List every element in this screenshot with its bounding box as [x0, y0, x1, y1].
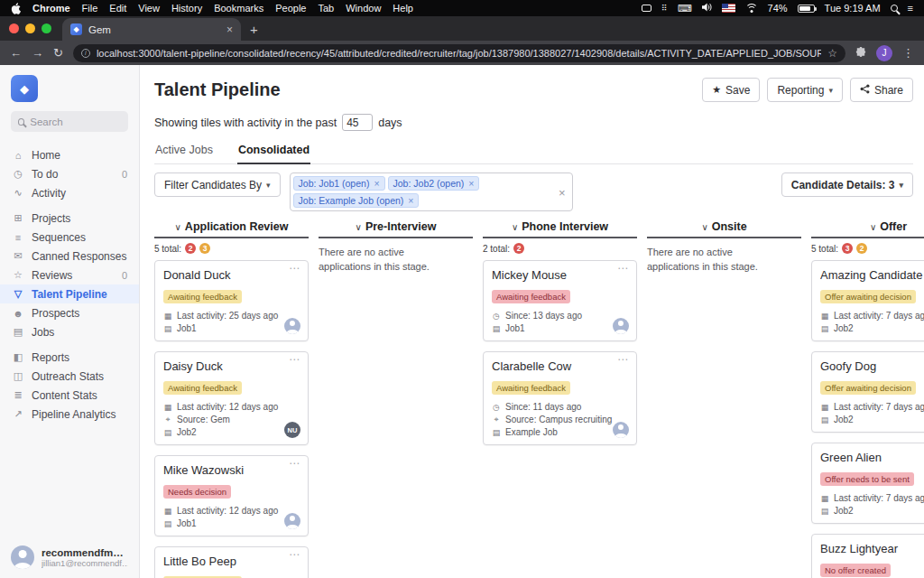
sidebar-item-count: 0 — [122, 169, 127, 180]
job-filter-multiselect[interactable]: Job: Job1 (open)×Job: Job2 (open)×Job: E… — [290, 172, 573, 211]
column-header[interactable]: ∨Pre-Interview — [319, 220, 473, 238]
calendar-icon: ▦ — [163, 507, 172, 516]
menubar-item-help[interactable]: Help — [393, 3, 413, 14]
spotlight-search-icon[interactable] — [891, 5, 898, 12]
share-button[interactable]: Share — [850, 78, 913, 102]
sidebar-item-content-stats[interactable]: ≣Content Stats — [0, 386, 139, 405]
close-window-button[interactable] — [9, 23, 19, 33]
menubar-item-window[interactable]: Window — [346, 3, 381, 14]
sidebar-item-prospects[interactable]: ☻Prospects — [0, 303, 139, 322]
calendar-icon: ▦ — [820, 403, 829, 412]
tab-consolidated[interactable]: Consolidated — [237, 138, 310, 164]
sidebar-item-label: Reviews — [32, 269, 72, 282]
candidate-card[interactable]: ⋯Donald DuckAwaiting feedback▦Last activ… — [154, 260, 309, 341]
site-info-icon[interactable]: i — [81, 49, 90, 58]
sidebar-item-reviews[interactable]: ☆Reviews0 — [0, 266, 139, 284]
forward-button[interactable]: → — [32, 46, 43, 60]
gem-logo[interactable]: ◆ — [11, 75, 38, 102]
wifi-icon[interactable] — [745, 4, 758, 13]
sidebar-item-projects[interactable]: ⊞Projects — [0, 209, 139, 228]
close-tab-icon[interactable]: × — [226, 23, 233, 36]
menubar-item-tab[interactable]: Tab — [318, 3, 334, 14]
column-header[interactable]: ∨Offer — [811, 220, 924, 238]
grid-icon[interactable]: ⠿ — [661, 4, 668, 13]
card-detail-text: Last activity: 7 days ago — [834, 493, 924, 503]
menubar-item-bookmarks[interactable]: Bookmarks — [214, 3, 263, 14]
sidebar-item-activity[interactable]: ∿Activity — [0, 183, 139, 202]
browser-profile-avatar[interactable]: J — [876, 45, 892, 61]
card-menu-icon[interactable]: ⋯ — [289, 353, 300, 366]
battery-icon[interactable] — [798, 5, 815, 13]
sidebar-item-sequences[interactable]: ≡Sequences — [0, 228, 139, 247]
candidate-details-button[interactable]: Candidate Details: 3 ▾ — [781, 172, 913, 197]
candidate-card[interactable]: ⋯Mike WazowskiNeeds decision▦Last activi… — [154, 455, 309, 536]
sidebar-item-to-do[interactable]: ◷To do0 — [0, 164, 139, 183]
reporting-button[interactable]: Reporting ▾ — [767, 78, 843, 102]
control-center-icon[interactable]: ≡ — [908, 3, 913, 14]
chevron-down-icon: ∨ — [701, 222, 707, 232]
filter-chip[interactable]: Job: Job2 (open)× — [388, 176, 480, 191]
user-account[interactable]: recommendfm… jillian1@recommendf… — [0, 536, 139, 578]
card-menu-icon[interactable]: ⋯ — [289, 262, 300, 275]
card-menu-icon[interactable]: ⋯ — [617, 262, 629, 275]
candidate-card[interactable]: ⋯Goofy DogOffer awaiting decision▦Last a… — [811, 351, 924, 433]
card-menu-icon[interactable]: ⋯ — [617, 353, 629, 366]
menubar-item-history[interactable]: History — [171, 3, 202, 14]
card-detail-text: Since: 11 days ago — [505, 402, 581, 412]
volume-icon[interactable] — [702, 3, 712, 14]
candidate-card[interactable]: ⋯Mickey MouseAwaiting feedback◷Since: 13… — [483, 260, 637, 341]
browser-tab[interactable]: ◆ Gem × — [62, 18, 241, 41]
sidebar-search[interactable] — [11, 111, 128, 132]
candidate-card[interactable]: ⋯Green AlienOffer needs to be sent▦Last … — [811, 443, 924, 524]
remove-chip-icon[interactable]: × — [374, 178, 379, 189]
candidate-card[interactable]: ⋯Little Bo PeepAwaiting feedback▦Last ac… — [154, 546, 309, 578]
column-header[interactable]: ∨Phone Interview — [483, 220, 637, 238]
us-flag-icon[interactable] — [722, 4, 735, 13]
bookmark-star-icon[interactable]: ☆ — [827, 47, 837, 60]
back-button[interactable]: ← — [10, 46, 22, 60]
card-detail-text: Last activity: 25 days ago — [177, 311, 278, 321]
sidebar-item-canned-responses[interactable]: ✉Canned Responses — [0, 247, 139, 266]
filter-candidates-button[interactable]: Filter Candidates By ▾ — [154, 172, 281, 197]
candidate-card[interactable]: ⋯Amazing CandidateOffer awaiting decisio… — [811, 260, 924, 341]
filter-chip[interactable]: Job: Job1 (open)× — [293, 176, 385, 191]
candidate-card[interactable]: ⋯Buzz LightyearNo offer created▦Last act… — [811, 534, 924, 578]
sidebar-item-talent-pipeline[interactable]: ▽Talent Pipeline — [0, 284, 139, 303]
sidebar-item-reports[interactable]: ◧Reports — [0, 348, 139, 367]
card-menu-icon[interactable]: ⋯ — [289, 457, 300, 470]
remove-chip-icon[interactable]: × — [408, 195, 413, 206]
minimize-window-button[interactable] — [25, 23, 35, 33]
menubar-item-file[interactable]: File — [82, 3, 98, 14]
sidebar-item-home[interactable]: ⌂Home — [0, 145, 139, 164]
card-menu-icon[interactable]: ⋯ — [289, 548, 300, 561]
browser-menu-icon[interactable]: ⋮ — [902, 46, 914, 60]
tab-active-jobs[interactable]: Active Jobs — [154, 138, 214, 163]
remove-chip-icon[interactable]: × — [468, 178, 474, 189]
column-header[interactable]: ∨Onsite — [647, 220, 801, 238]
extensions-puzzle-icon[interactable] — [855, 45, 866, 61]
clear-filters-icon[interactable]: × — [559, 185, 566, 199]
menubar-app-name[interactable]: Chrome — [32, 3, 70, 14]
candidate-card[interactable]: ⋯Daisy DuckAwaiting feedback▦Last activi… — [154, 351, 309, 445]
filter-chip[interactable]: Job: Example Job (open)× — [293, 193, 420, 208]
menubar-item-view[interactable]: View — [138, 3, 160, 14]
keyboard-icon[interactable]: ⌨ — [678, 3, 692, 14]
activity-days-input[interactable] — [342, 114, 373, 131]
menubar-item-edit[interactable]: Edit — [109, 3, 126, 14]
menubar-clock[interactable]: Tue 9:19 AM — [825, 3, 881, 14]
save-button[interactable]: ★ Save — [702, 78, 760, 102]
sidebar-item-outreach-stats[interactable]: ◫Outreach Stats — [0, 367, 139, 386]
card-detail-row: ▤Job2 — [820, 415, 924, 424]
search-input[interactable] — [30, 117, 121, 127]
sidebar-item-jobs[interactable]: ▤Jobs — [0, 322, 139, 341]
sidebar-item-pipeline-analytics[interactable]: ↗Pipeline Analytics — [0, 405, 139, 424]
address-bar[interactable]: i localhost:3000/talent-pipeline/consoli… — [73, 44, 845, 62]
candidate-card[interactable]: ⋯Clarabelle CowAwaiting feedback◷Since: … — [483, 351, 637, 445]
zoom-window-button[interactable] — [42, 23, 51, 33]
screen-mirroring-icon[interactable] — [642, 5, 651, 12]
menubar-item-people[interactable]: People — [275, 3, 306, 14]
reload-button[interactable]: ↻ — [53, 46, 63, 60]
apple-menu-icon[interactable] — [11, 3, 21, 14]
column-header[interactable]: ∨Application Review — [154, 220, 309, 238]
new-tab-button[interactable]: + — [250, 22, 258, 37]
